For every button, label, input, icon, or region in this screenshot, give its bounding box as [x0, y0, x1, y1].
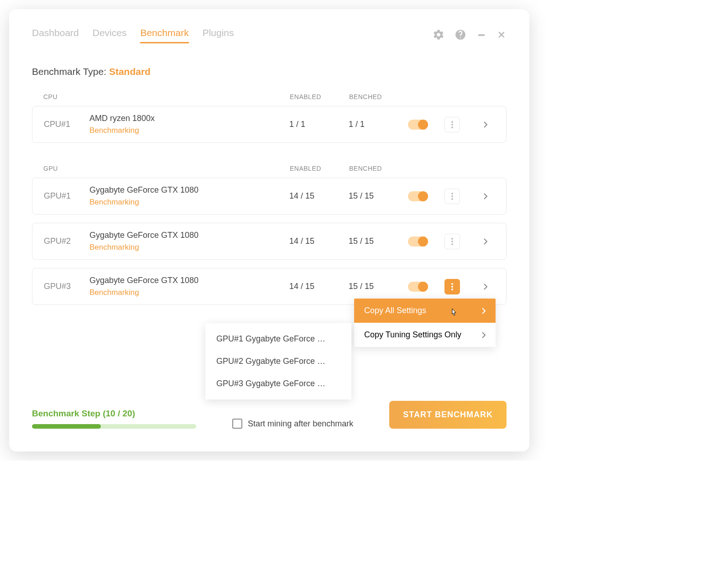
app-window: Dashboard Devices Benchmark Plugins Benc… [9, 9, 529, 452]
device-id: GPU#1 [44, 191, 80, 201]
menu-copy-all[interactable]: Copy All Settings [354, 299, 496, 323]
chevron-right-icon [482, 332, 486, 338]
more-button[interactable] [444, 234, 460, 249]
svg-point-9 [451, 243, 453, 245]
expand-chevron[interactable] [476, 193, 495, 200]
tab-dashboard[interactable]: Dashboard [32, 27, 79, 43]
enable-toggle[interactable] [408, 282, 428, 292]
enable-toggle[interactable] [408, 236, 428, 247]
progress-label: Benchmark Step (10 / 20) [32, 409, 196, 419]
device-id: CPU#1 [44, 120, 80, 129]
enabled-count: 14 / 15 [289, 282, 340, 291]
expand-chevron[interactable] [476, 238, 495, 245]
svg-point-5 [451, 195, 453, 197]
enable-toggle[interactable] [408, 191, 428, 201]
header-enabled: ENABLED [290, 93, 340, 100]
benched-count: 1 / 1 [349, 120, 399, 129]
start-benchmark-button[interactable]: START BENCHMARK [389, 401, 507, 429]
benchmark-type-label: Benchmark Type: [32, 66, 106, 77]
progress-fill [32, 424, 101, 429]
progress-block: Benchmark Step (10 / 20) [32, 409, 196, 429]
device-status: Benchmarking [89, 288, 280, 297]
gear-icon[interactable] [433, 29, 444, 42]
menu-copy-all-label: Copy All Settings [364, 306, 426, 315]
benchmark-type-value[interactable]: Standard [109, 66, 151, 77]
copy-settings-menu: Copy All Settings Copy Tuning Settings O… [354, 299, 496, 347]
enable-toggle[interactable] [408, 120, 428, 130]
enabled-count: 14 / 15 [289, 236, 340, 246]
header-enabled: ENABLED [290, 165, 340, 172]
copy-target-menu: GPU#1 Gygabyte GeForce … GPU#2 Gygabyte … [205, 323, 351, 399]
device-name: Gygabyte GeForce GTX 1080 [89, 231, 280, 240]
topbar: Dashboard Devices Benchmark Plugins [32, 27, 507, 43]
minimize-icon[interactable] [476, 30, 486, 42]
device-name: Gygabyte GeForce GTX 1080 [89, 185, 280, 195]
device-status: Benchmarking [89, 126, 280, 135]
progress-bar [32, 424, 196, 429]
menu-copy-tuning-label: Copy Tuning Settings Only [364, 330, 461, 340]
close-icon[interactable] [496, 30, 507, 42]
tab-plugins[interactable]: Plugins [203, 27, 234, 43]
header-gpu: GPU [43, 165, 80, 172]
checkbox-icon[interactable] [232, 419, 242, 429]
device-status: Benchmarking [89, 243, 280, 252]
more-button[interactable] [444, 117, 460, 132]
tab-benchmark[interactable]: Benchmark [140, 27, 188, 43]
cpu-row: CPU#1 AMD ryzen 1800x Benchmarking 1 / 1… [32, 106, 507, 143]
benched-count: 15 / 15 [349, 236, 399, 246]
top-icons [433, 29, 507, 42]
header-benched: BENCHED [349, 93, 399, 100]
device-id: GPU#3 [44, 282, 80, 291]
start-mining-label: Start mining after benchmark [248, 419, 353, 429]
enabled-count: 14 / 15 [289, 191, 340, 201]
start-mining-check[interactable]: Start mining after benchmark [232, 419, 353, 429]
benched-count: 15 / 15 [349, 282, 399, 291]
nav-tabs: Dashboard Devices Benchmark Plugins [32, 27, 234, 43]
expand-chevron[interactable] [476, 121, 495, 128]
copy-target-gpu2[interactable]: GPU#2 Gygabyte GeForce … [205, 350, 351, 373]
gpu-row: GPU#1 Gygabyte GeForce GTX 1080 Benchmar… [32, 178, 507, 215]
svg-point-3 [451, 126, 453, 128]
svg-point-8 [451, 241, 453, 242]
svg-point-10 [451, 283, 453, 285]
benchmark-type: Benchmark Type: Standard [32, 66, 507, 77]
device-name: Gygabyte GeForce GTX 1080 [89, 276, 280, 285]
device-status: Benchmarking [89, 198, 280, 207]
help-icon[interactable] [455, 29, 466, 42]
svg-point-1 [451, 121, 453, 123]
device-id: GPU#2 [44, 236, 80, 246]
expand-chevron[interactable] [476, 283, 495, 290]
svg-point-2 [451, 124, 453, 126]
svg-rect-0 [478, 34, 485, 36]
svg-point-12 [451, 289, 453, 290]
svg-point-6 [451, 198, 453, 200]
copy-target-gpu1[interactable]: GPU#1 Gygabyte GeForce … [205, 328, 351, 350]
svg-point-4 [451, 193, 453, 194]
menu-copy-tuning[interactable]: Copy Tuning Settings Only [354, 323, 496, 347]
tab-devices[interactable]: Devices [93, 27, 127, 43]
svg-point-7 [451, 238, 453, 240]
enabled-count: 1 / 1 [289, 120, 340, 129]
more-button[interactable] [444, 279, 460, 294]
cpu-section-header: CPU ENABLED BENCHED [32, 93, 507, 106]
gpu-row: GPU#2 Gygabyte GeForce GTX 1080 Benchmar… [32, 223, 507, 260]
header-cpu: CPU [43, 93, 80, 100]
header-benched: BENCHED [349, 165, 399, 172]
more-button[interactable] [444, 189, 460, 204]
benched-count: 15 / 15 [349, 191, 399, 201]
copy-target-gpu3[interactable]: GPU#3 Gygabyte GeForce … [205, 373, 351, 395]
gpu-section-header: GPU ENABLED BENCHED [32, 165, 507, 178]
svg-point-11 [451, 286, 453, 288]
chevron-right-icon [482, 308, 486, 314]
device-name: AMD ryzen 1800x [89, 114, 280, 123]
footer: Benchmark Step (10 / 20) Start mining af… [32, 401, 507, 429]
